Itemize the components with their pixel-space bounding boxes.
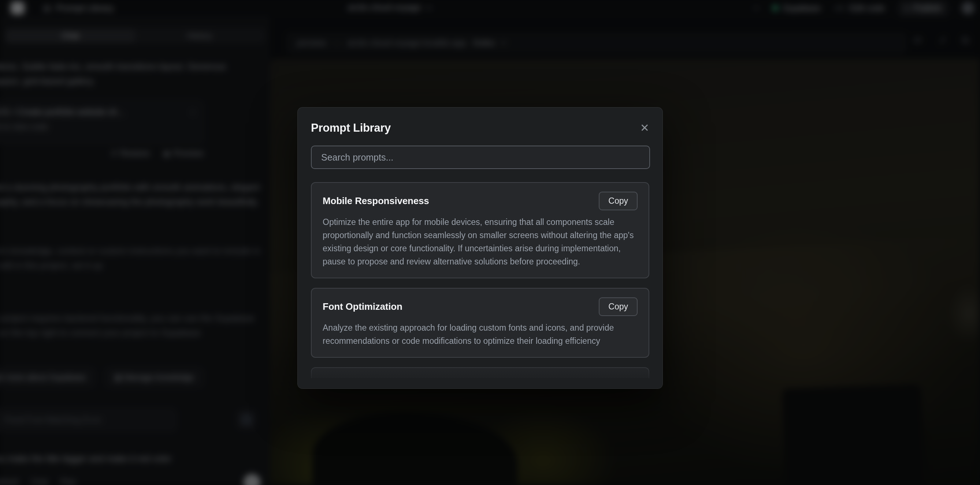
prompt-list: Mobile Responsiveness Copy Optimize the … [311,182,649,378]
copy-button[interactable]: Copy [599,297,638,316]
search-input[interactable] [311,146,650,169]
modal-title: Prompt Library [311,121,391,135]
prompt-card-header: Mobile Responsiveness Copy [323,192,638,210]
prompt-card-partial [311,367,649,378]
app-window: ▤ Prompt Library arctic-cloud-voyage ◔ S… [0,0,980,485]
modal-header: Prompt Library ✕ [298,108,662,135]
prompt-description: Optimize the entire app for mobile devic… [323,216,638,268]
prompt-title: Mobile Responsiveness [323,195,429,207]
copy-button[interactable]: Copy [599,192,638,210]
prompt-description: Analyze the existing approach for loadin… [323,321,638,347]
prompt-card: Font Optimization Copy Analyze the exist… [311,288,649,358]
prompt-card-header: Font Optimization Copy [323,297,638,316]
prompt-card: Mobile Responsiveness Copy Optimize the … [311,182,649,278]
prompt-library-modal: Prompt Library ✕ Mobile Responsiveness C… [298,107,663,389]
prompt-title: Font Optimization [323,301,402,312]
close-icon[interactable]: ✕ [640,122,649,133]
